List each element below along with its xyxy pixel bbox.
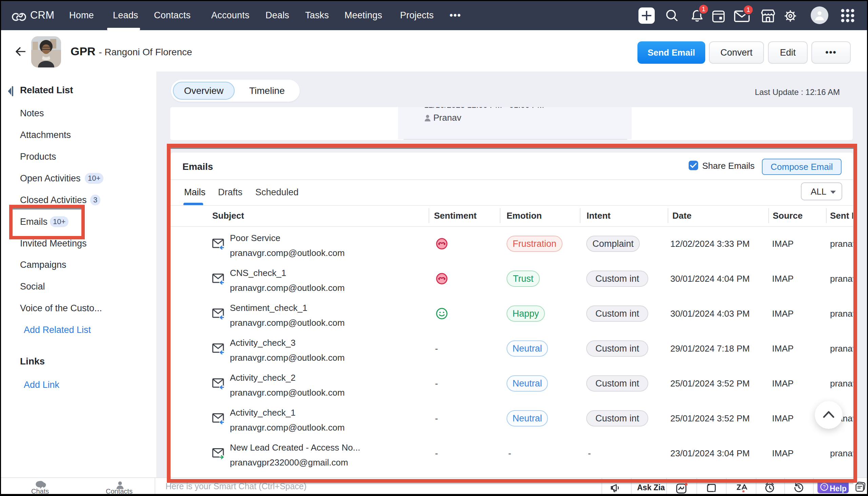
svg-text:?: ? bbox=[823, 484, 826, 490]
